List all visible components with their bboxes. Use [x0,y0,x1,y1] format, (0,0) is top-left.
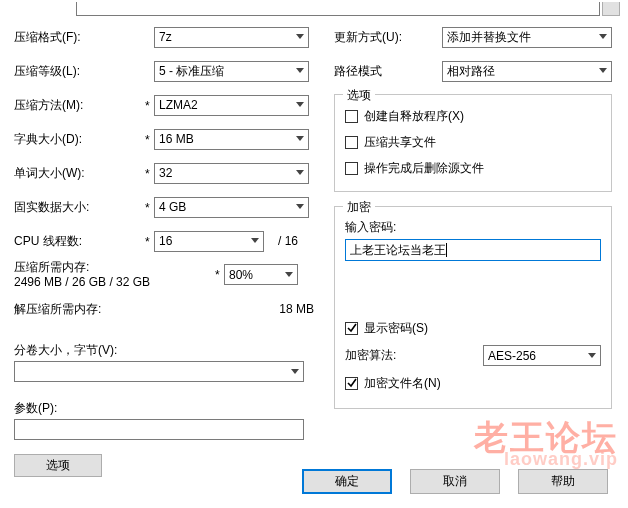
split-combo[interactable] [14,361,304,382]
mem-compress-label: 压缩所需内存: [14,260,224,275]
show-password-label: 显示密码(S) [364,320,428,337]
params-input-field[interactable] [19,422,299,438]
method-label: 压缩方法(M): [14,97,154,114]
chevron-down-icon [583,346,600,365]
archive-format-label: 压缩格式(F): [14,29,154,46]
cpu-threads-value: 16 [159,234,172,248]
method-combo[interactable]: LZMA2 [154,95,309,116]
params-input[interactable] [14,419,304,440]
archive-format-value: 7z [159,30,172,44]
password-label: 输入密码: [345,219,601,236]
password-value: 上老王论坛当老王 [350,242,446,259]
chevron-down-icon [246,232,263,251]
cpu-threads-label: CPU 线程数: [14,233,154,250]
compression-dialog: 压缩格式(F): 7z 压缩等级(L): 5 - 标准压缩 压缩方法(M): L… [0,0,628,508]
enc-method-combo[interactable]: AES-256 [483,345,601,366]
encryption-group: 加密 输入密码: 上老王论坛当老王 显示密码(S) 加密算法: AES-256 [334,206,612,409]
archive-format-combo[interactable]: 7z [154,27,309,48]
chevron-down-icon [291,28,308,47]
cpu-threads-combo[interactable]: 16 [154,231,264,252]
path-mode-value: 相对路径 [447,63,495,80]
chevron-down-icon [280,265,297,284]
mem-decompress-label: 解压缩所需内存: [14,301,101,318]
archive-path-input[interactable] [76,2,600,16]
encrypt-names-label: 加密文件名(N) [364,375,441,392]
bottom-button-bar: 确定 取消 帮助 [0,469,628,494]
chevron-down-icon [594,28,611,47]
browse-button[interactable] [602,2,620,16]
chevron-down-icon [291,164,308,183]
chevron-down-icon [291,198,308,217]
dict-size-combo[interactable]: 16 MB [154,129,309,150]
solid-block-combo[interactable]: 4 GB [154,197,309,218]
sfx-label: 创建自释放程序(X) [364,108,464,125]
chevron-down-icon [286,362,303,381]
enc-method-label: 加密算法: [345,347,475,364]
update-mode-combo[interactable]: 添加并替换文件 [442,27,612,48]
options-group: 选项 创建自释放程序(X) 压缩共享文件 操作完成后删除源文件 [334,94,612,192]
update-mode-value: 添加并替换文件 [447,29,531,46]
text-caret [446,243,447,257]
chevron-down-icon [291,62,308,81]
encryption-group-title: 加密 [343,199,375,216]
word-size-value: 32 [159,166,172,180]
show-password-checkbox[interactable] [345,322,358,335]
dict-size-label: 字典大小(D): [14,131,154,148]
split-label: 分卷大小，字节(V): [14,342,320,359]
enc-method-value: AES-256 [488,349,536,363]
compression-level-combo[interactable]: 5 - 标准压缩 [154,61,309,82]
mem-compress-value: 80% [229,268,253,282]
ok-button[interactable]: 确定 [302,469,392,494]
shared-label: 压缩共享文件 [364,134,436,151]
solid-block-value: 4 GB [159,200,186,214]
right-column: 更新方式(U): 添加并替换文件 路径模式 相对路径 选项 创建自释放程序( [334,20,612,477]
word-size-combo[interactable]: 32 [154,163,309,184]
cancel-button-label: 取消 [443,473,467,490]
path-mode-combo[interactable]: 相对路径 [442,61,612,82]
compression-level-value: 5 - 标准压缩 [159,63,224,80]
word-size-label: 单词大小(W): [14,165,154,182]
help-button[interactable]: 帮助 [518,469,608,494]
delete-src-label: 操作完成后删除源文件 [364,160,484,177]
options-group-title: 选项 [343,87,375,104]
dict-size-value: 16 MB [159,132,194,146]
delete-src-checkbox[interactable] [345,162,358,175]
cancel-button[interactable]: 取消 [410,469,500,494]
password-input[interactable]: 上老王论坛当老王 [345,239,601,261]
compression-level-label: 压缩等级(L): [14,63,154,80]
ok-button-label: 确定 [335,473,359,490]
help-button-label: 帮助 [551,473,575,490]
chevron-down-icon [594,62,611,81]
chevron-down-icon [291,96,308,115]
params-label: 参数(P): [14,400,320,417]
update-mode-label: 更新方式(U): [334,29,442,46]
path-mode-label: 路径模式 [334,63,442,80]
solid-block-label: 固实数据大小: [14,199,154,216]
archive-path-row [0,0,628,16]
shared-checkbox[interactable] [345,136,358,149]
mem-decompress-value: 18 MB [279,302,314,316]
left-column: 压缩格式(F): 7z 压缩等级(L): 5 - 标准压缩 压缩方法(M): L… [14,20,320,477]
method-value: LZMA2 [159,98,198,112]
sfx-checkbox[interactable] [345,110,358,123]
chevron-down-icon [291,130,308,149]
mem-compress-detail: 2496 MB / 26 GB / 32 GB [14,275,224,290]
cpu-threads-total: / 16 [278,234,298,248]
mem-compress-combo[interactable]: 80% [224,264,298,285]
encrypt-names-checkbox[interactable] [345,377,358,390]
